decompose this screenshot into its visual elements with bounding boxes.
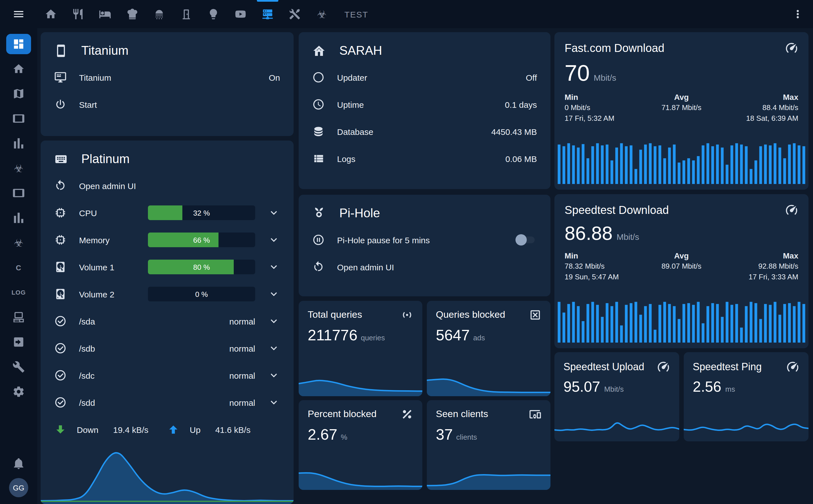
min-avg-max: Min 78.32 Mbit/s 19 Sun, 5:47 AM Avg 89.… (555, 244, 808, 283)
sidebar-item-stats-2[interactable] (6, 208, 31, 228)
card-title: Fast.com Download (565, 41, 665, 54)
min-date: 17 Fri, 5:32 AM (565, 113, 643, 124)
percent-blocked-card[interactable]: Percent blocked 2.67% (299, 400, 422, 490)
stat-unit: ads (473, 334, 485, 342)
fastcom-download-card[interactable]: Fast.com Download 70Mbit/s Min 0 Mbit/s … (555, 32, 808, 190)
platinum-card: Platinum Open admin UI CPU 32 % Memory 6… (41, 141, 293, 504)
tab-biohazard[interactable]: ☣ (308, 0, 335, 28)
entity-row-start[interactable]: Start (41, 91, 293, 118)
tab-network-active[interactable] (254, 0, 281, 28)
pause-circle-icon (312, 234, 325, 246)
entity-row-database[interactable]: Database 4450.43 MB (299, 118, 551, 145)
max-value: 88.4 Mbit/s (720, 103, 798, 114)
sidebar-item-settings[interactable] (6, 382, 31, 402)
card-header: Titanium (41, 32, 293, 64)
sidebar-item-map[interactable] (6, 84, 31, 104)
pihole-pause-toggle[interactable] (516, 235, 537, 244)
speedtest-upload-card[interactable]: Speedtest Upload 95.07Mbit/s (555, 352, 679, 441)
queries-blocked-sparkline (427, 367, 551, 396)
speedtest-download-card[interactable]: Speedtest Download 86.88Mbit/s Min 78.32… (555, 194, 808, 348)
tab-bedroom[interactable] (91, 0, 119, 28)
tab-cooking[interactable] (119, 0, 146, 28)
sarah-card: SARAH Updater Off Uptime 0.1 days Databa… (299, 32, 551, 189)
exit-box-icon (12, 336, 25, 348)
stat-unit: % (341, 433, 347, 441)
sidebar-item-wrench[interactable] (6, 357, 31, 377)
chevron-down-icon[interactable] (268, 396, 280, 409)
sidebar-item-exit[interactable] (6, 332, 31, 352)
bell-icon (12, 457, 25, 470)
card-header: SARAH (299, 32, 551, 64)
avatar[interactable]: GG (9, 478, 28, 497)
gauge-row-memory[interactable]: Memory 66 % (41, 226, 293, 253)
tab-kitchen[interactable] (64, 0, 91, 28)
sidebar-item-log[interactable]: LOG (6, 282, 31, 303)
stat-unit: clients (456, 433, 477, 441)
total-queries-card[interactable]: Total queries 211776queries (299, 301, 422, 396)
seen-clients-card[interactable]: Seen clients 37clients (427, 400, 551, 490)
remote-desktop-icon (54, 71, 67, 84)
card-title: SARAH (339, 43, 382, 58)
tab-tools[interactable] (281, 0, 308, 28)
disk-row-sda[interactable]: /sda normal (41, 308, 293, 335)
tab-media[interactable] (227, 0, 254, 28)
bed-icon (99, 8, 111, 20)
entity-row-titanium[interactable]: Titanium On (41, 64, 293, 91)
entity-row-updater[interactable]: Updater Off (299, 64, 551, 91)
chevron-down-icon[interactable] (268, 234, 280, 246)
chevron-down-icon[interactable] (268, 207, 280, 219)
check-circle-icon (54, 342, 67, 354)
tab-doors[interactable] (173, 0, 200, 28)
menu-button[interactable] (0, 8, 37, 20)
upload-throughput[interactable]: Up 41.6 kB/s (167, 423, 280, 436)
dashboard-icon (12, 38, 25, 50)
gauge-row-volume1[interactable]: Volume 1 80 % (41, 253, 293, 281)
card-title: Platinum (81, 152, 130, 166)
disk-row-sdb[interactable]: /sdb normal (41, 335, 293, 362)
sidebar-item-stats[interactable] (6, 133, 31, 154)
sidebar-item-tablet[interactable] (6, 108, 31, 129)
sidebar-item-c[interactable]: C (6, 257, 31, 278)
sidebar-item-biohazard[interactable]: ☣ (6, 158, 31, 178)
tab-test[interactable]: TEST (335, 0, 377, 28)
speed-value: 70 (565, 60, 590, 86)
chevron-down-icon[interactable] (268, 261, 280, 273)
disk-row-sdd[interactable]: /sdd normal (41, 389, 293, 416)
queries-blocked-card[interactable]: Queries blocked 5647ads (427, 301, 551, 396)
max-date: 18 Sat, 6:39 AM (720, 113, 798, 124)
gauge-row-cpu[interactable]: CPU 32 % (41, 199, 293, 226)
entity-row-uptime[interactable]: Uptime 0.1 days (299, 91, 551, 118)
tab-lights[interactable] (200, 0, 227, 28)
chevron-down-icon[interactable] (268, 315, 280, 327)
check-circle-icon (54, 369, 67, 382)
keyboard-icon (54, 152, 68, 166)
gauge-row-volume2[interactable]: Volume 2 0 % (41, 281, 293, 308)
tab-home[interactable] (37, 0, 64, 28)
max-date: 17 Fri, 3:33 AM (720, 272, 798, 283)
disk-row-sdc[interactable]: /sdc normal (41, 362, 293, 389)
overflow-menu-button[interactable] (792, 8, 804, 20)
speedtest-ping-card[interactable]: Speedtest Ping 2.56ms (684, 352, 808, 441)
sidebar-item-dashboard[interactable] (6, 34, 31, 54)
gauge-value: 66 % (148, 233, 255, 247)
speedtest-download-chart (557, 299, 806, 343)
notifications-button[interactable] (6, 453, 31, 474)
entity-label: Updater (337, 73, 367, 82)
chevron-down-icon[interactable] (268, 342, 280, 354)
harddisk-icon (54, 288, 67, 300)
chevron-down-icon[interactable] (268, 288, 280, 300)
open-admin-ui-row[interactable]: Open admin UI (41, 172, 293, 199)
sidebar-item-desktop[interactable] (6, 307, 31, 327)
sidebar-item-biohazard-2[interactable]: ☣ (6, 233, 31, 253)
download-throughput[interactable]: Down 19.4 kB/s (54, 423, 167, 436)
pihole-pause-row[interactable]: Pi-Hole pause for 5 mins (299, 226, 551, 253)
entity-row-logs[interactable]: Logs 0.06 MB (299, 145, 551, 172)
chevron-down-icon[interactable] (268, 369, 280, 382)
tab-bathroom[interactable] (146, 0, 173, 28)
speed-value: 2.56 (693, 378, 721, 396)
sidebar-item-home[interactable] (6, 59, 31, 79)
stat-title: Queries blocked (436, 309, 505, 321)
entity-state: 0.06 MB (505, 154, 537, 163)
pihole-admin-row[interactable]: Open admin UI (299, 253, 551, 281)
sidebar-item-tablet-2[interactable] (6, 183, 31, 203)
